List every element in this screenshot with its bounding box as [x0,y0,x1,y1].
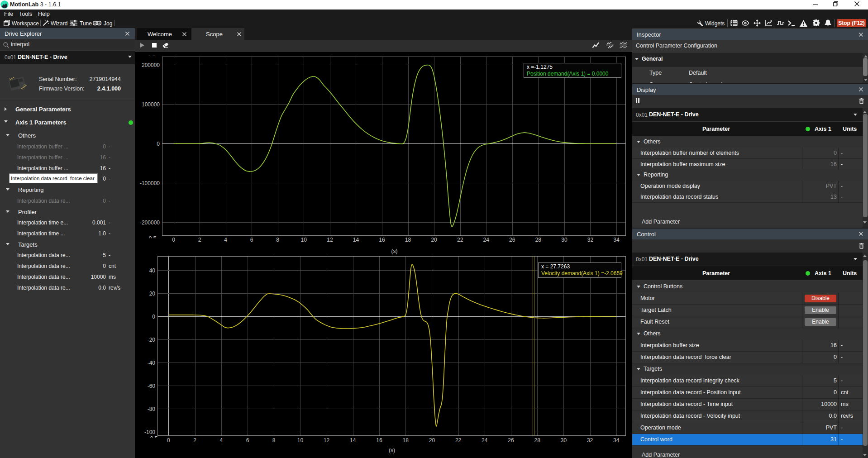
svg-text:26: 26 [508,437,514,444]
svg-text:20: 20 [149,291,156,297]
svg-text:24: 24 [483,237,490,243]
svg-text:-100: -100 [144,429,155,435]
svg-text:200000: 200000 [142,62,160,68]
svg-text:(s): (s) [391,248,398,254]
svg-text:-200000: -200000 [140,219,160,226]
svg-text:34: 34 [613,237,620,243]
svg-text:0: 0 [152,314,155,320]
svg-text:16: 16 [376,437,382,444]
svg-text:12: 12 [324,437,330,444]
svg-text:10: 10 [297,437,304,444]
svg-text:30: 30 [561,237,568,243]
svg-text:28: 28 [534,437,541,444]
svg-text:(s): (s) [389,447,395,453]
svg-text:2: 2 [193,437,196,444]
svg-text:18: 18 [403,437,409,444]
svg-text:4: 4 [224,237,227,243]
svg-text:32: 32 [587,237,594,243]
svg-text:8: 8 [272,437,276,444]
svg-text:40: 40 [149,267,156,274]
svg-text:30: 30 [561,437,567,444]
svg-text:10: 10 [301,237,307,243]
svg-text:Velocity demand(Axis 1) =-2.06: Velocity demand(Axis 1) =-2.0659 [541,270,623,277]
svg-text:x = 27.7263: x = 27.7263 [541,263,570,270]
svg-text:22: 22 [457,237,463,243]
svg-text:0: 0 [167,437,170,444]
svg-text:6: 6 [246,437,249,444]
svg-text:100000: 100000 [142,101,160,108]
svg-text:20: 20 [429,437,435,444]
svg-text:34: 34 [613,437,620,444]
svg-text:26: 26 [509,237,515,243]
svg-text:2: 2 [198,237,201,243]
svg-text:0: 0 [157,141,160,147]
svg-text:28: 28 [535,237,542,243]
svg-text:8: 8 [276,237,279,243]
svg-text:14: 14 [350,437,356,444]
svg-text:24: 24 [482,437,488,444]
svg-text:0: 0 [172,237,175,243]
svg-text:14: 14 [353,237,359,243]
svg-text:16: 16 [379,237,385,243]
svg-text:4: 4 [219,437,223,444]
svg-text:x =-1.1275: x =-1.1275 [527,64,553,70]
svg-text:18: 18 [405,237,411,243]
svg-text:22: 22 [455,437,462,444]
svg-text:20: 20 [431,237,437,243]
svg-text:-100000: -100000 [140,180,160,186]
svg-text:-80: -80 [148,406,156,412]
svg-text:-40: -40 [148,360,156,366]
svg-text:-20: -20 [148,337,156,343]
svg-text:-60: -60 [148,383,156,389]
svg-text:Position demand(Axis 1) = 0.00: Position demand(Axis 1) = 0.0000 [527,71,609,77]
svg-text:32: 32 [587,437,593,444]
svg-text:6: 6 [250,237,253,243]
svg-text:12: 12 [327,237,333,243]
